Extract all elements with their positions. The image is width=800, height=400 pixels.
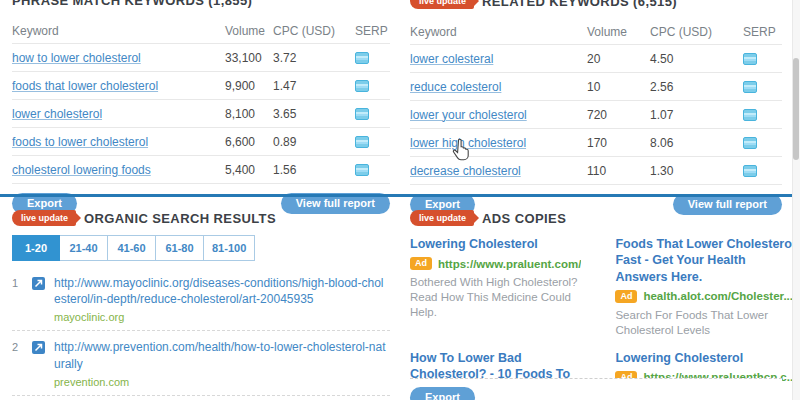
organic-result-list: 1 http://www.mayoclinic.org/diseases-con… — [12, 267, 390, 400]
cpc-value: 2.56 — [650, 80, 743, 94]
result-url-link[interactable]: http://www.prevention.com/health/how-to-… — [54, 339, 390, 371]
ad-title-link[interactable]: Foods That Lower Cholesterol Fast - Get … — [615, 236, 796, 285]
external-link-icon[interactable] — [32, 275, 46, 323]
ads-copies-panel: live update ADS COPIES Lowering Choleste… — [410, 210, 782, 400]
phrase-match-table: Keyword Volume CPC (USD) SERP how to low… — [12, 18, 390, 184]
serp-icon[interactable] — [743, 81, 757, 93]
volume-value: 720 — [587, 108, 650, 122]
pagination-tab-81-100[interactable]: 81-100 — [204, 235, 255, 261]
export-button[interactable]: Export — [410, 387, 475, 400]
cpc-value: 0.89 — [273, 135, 355, 149]
phrase-match-panel: PHRASE MATCH KEYWORDS (1,855) Keyword Vo… — [12, 0, 390, 214]
table-header-row: Keyword Volume CPC (USD) SERP — [410, 19, 782, 45]
table-row: foods that lower cholesterol 9,900 1.47 — [12, 72, 390, 100]
keyword-analytics-page: PHRASE MATCH KEYWORDS (1,855) Keyword Vo… — [0, 0, 800, 400]
table-header-row: Keyword Volume CPC (USD) SERP — [12, 18, 390, 44]
ads-footer: Export — [410, 378, 782, 400]
table-row: foods to lower cholesterol 6,600 0.89 — [12, 128, 390, 156]
volume-value: 8,100 — [225, 107, 273, 121]
external-link-icon[interactable] — [32, 339, 46, 387]
volume-value: 33,100 — [225, 51, 273, 65]
related-keywords-table: Keyword Volume CPC (USD) SERP lower cole… — [410, 19, 782, 185]
serp-icon[interactable] — [743, 53, 757, 65]
result-body: http://www.mayoclinic.org/diseases-condi… — [54, 275, 390, 323]
pagination-tab-61-80[interactable]: 61-80 — [156, 235, 204, 261]
ad-description: Bothered With High Cholesterol? Read How… — [410, 275, 595, 320]
result-rank: 1 — [12, 275, 24, 323]
keyword-link[interactable]: lower high cholesterol — [410, 136, 587, 150]
keyword-link[interactable]: how to lower cholesterol — [12, 51, 225, 65]
result-row: 3 http://www.health.com/health/gallery/0… — [12, 396, 390, 400]
results-pagination: 1-20 21-40 41-60 61-80 81-100 — [12, 235, 255, 261]
result-row: 2 http://www.prevention.com/health/how-t… — [12, 331, 390, 395]
cpc-value: 3.72 — [273, 51, 355, 65]
col-serp: SERP — [355, 24, 390, 38]
pagination-tab-41-60[interactable]: 41-60 — [108, 235, 156, 261]
ad-url: https://www.praluent.com/ — [438, 258, 581, 270]
scrollbar-thumb[interactable] — [793, 58, 799, 160]
pagination-tab-1-20[interactable]: 1-20 — [12, 235, 60, 261]
result-url-link[interactable]: http://www.mayoclinic.org/diseases-condi… — [54, 275, 390, 307]
col-volume: Volume — [225, 24, 273, 38]
col-keyword: Keyword — [410, 25, 587, 39]
col-serp: SERP — [743, 25, 782, 39]
cpc-value: 1.07 — [650, 108, 743, 122]
table-row: lower colesteral 20 4.50 — [410, 45, 782, 73]
result-body: http://www.prevention.com/health/how-to-… — [54, 339, 390, 387]
serp-icon[interactable] — [355, 108, 369, 120]
volume-value: 5,400 — [225, 163, 273, 177]
ad-title-link[interactable]: Lowering Cholesterol — [615, 350, 796, 366]
result-rank: 2 — [12, 339, 24, 387]
col-volume: Volume — [587, 25, 650, 39]
col-cpc: CPC (USD) — [273, 24, 355, 38]
volume-value: 9,900 — [225, 79, 273, 93]
ads-grid: Lowering Cholesterol Ad https://www.pral… — [410, 236, 782, 400]
volume-value: 170 — [587, 136, 650, 150]
organic-results-panel: live update ORGANIC SEARCH RESULTS 1-20 … — [12, 210, 390, 400]
serp-icon[interactable] — [355, 52, 369, 64]
serp-icon[interactable] — [743, 137, 757, 149]
live-update-badge: live update — [410, 210, 474, 226]
result-domain: prevention.com — [54, 376, 390, 388]
related-keywords-panel: live update RELATED KEYWORDS (6,515) Key… — [410, 0, 782, 215]
serp-icon[interactable] — [355, 80, 369, 92]
ad-card: Lowering Cholesterol Ad https://www.pral… — [410, 236, 595, 338]
cpc-value: 8.06 — [650, 136, 743, 150]
ad-title-link[interactable]: Lowering Cholesterol — [410, 236, 595, 252]
serp-icon[interactable] — [743, 165, 757, 177]
cpc-value: 1.56 — [273, 163, 355, 177]
keyword-link[interactable]: lower your cholesterol — [410, 108, 587, 122]
keyword-link[interactable]: cholesterol lowering foods — [12, 163, 225, 177]
phrase-match-title: PHRASE MATCH KEYWORDS (1,855) — [12, 0, 252, 8]
keyword-link[interactable]: foods that lower cholesterol — [12, 79, 225, 93]
cpc-value: 1.47 — [273, 79, 355, 93]
pagination-tab-21-40[interactable]: 21-40 — [60, 235, 108, 261]
table-row: lower high cholesterol 170 8.06 — [410, 129, 782, 157]
keyword-link[interactable]: foods to lower cholesterol — [12, 135, 225, 149]
cpc-value: 3.65 — [273, 107, 355, 121]
keyword-link[interactable]: lower colesteral — [410, 52, 587, 66]
section-divider — [0, 194, 792, 197]
cpc-value: 1.30 — [650, 164, 743, 178]
live-update-badge: live update — [12, 210, 76, 226]
ads-copies-title: ADS COPIES — [482, 211, 566, 226]
ad-badge: Ad — [615, 290, 637, 303]
table-row: decrease cholesterol 110 1.30 — [410, 157, 782, 185]
volume-value: 6,600 — [225, 135, 273, 149]
table-row: lower cholesterol 8,100 3.65 — [12, 100, 390, 128]
serp-icon[interactable] — [355, 136, 369, 148]
ad-card: Foods That Lower Cholesterol Fast - Get … — [615, 236, 796, 338]
serp-icon[interactable] — [355, 164, 369, 176]
table-row: how to lower cholesterol 33,100 3.72 — [12, 44, 390, 72]
serp-icon[interactable] — [743, 109, 757, 121]
keyword-link-hovered[interactable]: decrease cholesterol — [410, 164, 587, 178]
related-keywords-title: RELATED KEYWORDS (6,515) — [482, 0, 677, 9]
volume-value: 110 — [587, 164, 650, 178]
table-row: reduce colesterol 10 2.56 — [410, 73, 782, 101]
volume-value: 20 — [587, 52, 650, 66]
keyword-link[interactable]: lower cholesterol — [12, 107, 225, 121]
keyword-link[interactable]: reduce colesterol — [410, 80, 587, 94]
result-row: 1 http://www.mayoclinic.org/diseases-con… — [12, 267, 390, 331]
scrollbar[interactable] — [792, 0, 800, 400]
table-row: lower your cholesterol 720 1.07 — [410, 101, 782, 129]
